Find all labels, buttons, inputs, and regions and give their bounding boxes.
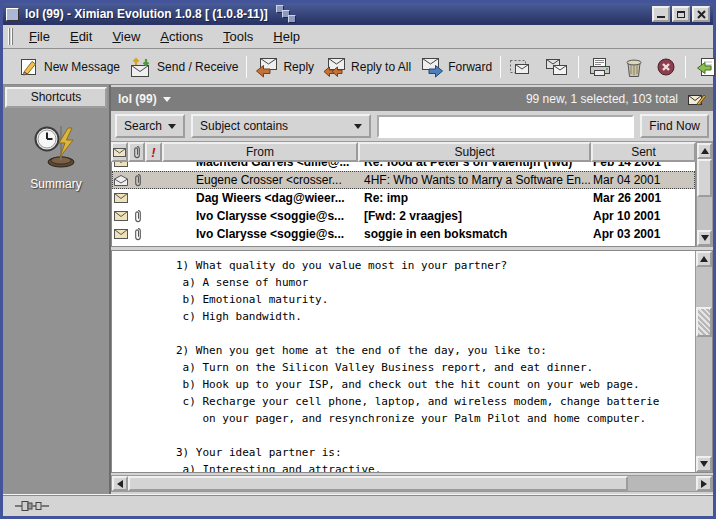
sidebar-item-summary[interactable]: Summary: [30, 124, 81, 191]
window-icon: [6, 8, 19, 21]
minimize-button[interactable]: [652, 6, 670, 22]
arrow-up-icon: [700, 256, 708, 262]
arrow-right-icon: [701, 480, 707, 488]
search-input[interactable]: [377, 115, 634, 138]
toolbar-separator: [578, 56, 579, 78]
previous-message-button[interactable]: [690, 54, 716, 80]
from-cell: Machteld Garrels <dille@...: [163, 162, 359, 169]
scroll-left-button[interactable]: [112, 476, 128, 491]
paperclip-icon: [134, 173, 142, 187]
chevron-down-icon: [354, 124, 362, 129]
menu-file[interactable]: File: [20, 26, 59, 47]
menu-tools[interactable]: Tools: [214, 26, 262, 47]
folder-bar: lol (99) 99 new, 1 selected, 103 total: [111, 87, 713, 111]
from-cell: Dag Wieers <dag@wieer...: [163, 191, 359, 205]
scrollbar-track[interactable]: [696, 337, 712, 456]
evolution-window: lol (99) - Ximian Evolution 1.0.8 [ (1.0…: [0, 0, 716, 519]
envelope-icon: [113, 148, 126, 157]
subject-cell: [Fwd: 2 vraagjes]: [359, 209, 590, 223]
reply-button[interactable]: Reply: [251, 54, 318, 80]
scroll-down-button[interactable]: [696, 456, 712, 472]
menu-actions[interactable]: Actions: [151, 26, 212, 47]
menu-help[interactable]: Help: [264, 26, 309, 47]
titlebar[interactable]: lol (99) - Ximian Evolution 1.0.8 [ (1.0…: [3, 3, 713, 25]
copy-message-icon: [544, 56, 570, 78]
print-button[interactable]: [583, 54, 617, 80]
closed-envelope-icon: [114, 162, 128, 167]
compose-mini-icon[interactable]: [688, 93, 706, 106]
scrollbar-thumb[interactable]: [696, 307, 712, 337]
scroll-up-button[interactable]: [696, 251, 712, 267]
attachment-cell: [129, 173, 146, 187]
toolbar-separator: [685, 56, 686, 78]
search-criteria-dropdown[interactable]: Subject contains: [191, 114, 371, 138]
message-body: 1) What quality do you value most in you…: [112, 251, 695, 473]
printer-icon: [587, 56, 613, 78]
reply-icon: [255, 56, 279, 78]
copy-to-folder-button[interactable]: [540, 54, 574, 80]
delete-button[interactable]: [618, 54, 650, 80]
find-now-button[interactable]: Find Now: [640, 114, 709, 138]
menu-view[interactable]: View: [103, 26, 149, 47]
minimize-icon: [657, 16, 665, 18]
scrollbar-track[interactable]: [696, 267, 712, 307]
stop-button[interactable]: [651, 54, 681, 80]
scroll-up-button[interactable]: [697, 143, 712, 159]
arrow-left-icon: [117, 480, 123, 488]
chevron-down-icon: [168, 124, 176, 129]
message-row[interactable]: Ivo Clarysse <soggie@s...[Fwd: 2 vraagje…: [112, 207, 695, 225]
message-status-cell: [112, 211, 129, 221]
shortcuts-button[interactable]: Shortcuts: [5, 87, 107, 108]
subject-cell: soggie in een boksmatch: [359, 227, 590, 241]
reply-to-all-button[interactable]: Reply to All: [319, 54, 415, 80]
sent-cell: Apr 10 2001: [590, 209, 695, 223]
paperclip-icon: [134, 209, 142, 223]
column-from[interactable]: From: [162, 142, 358, 162]
message-list-header: ! From Subject Sent: [111, 142, 696, 162]
toolbar: New Message Send / Receive Reply Reply t…: [3, 49, 713, 85]
menu-grip-handle[interactable]: [8, 28, 13, 45]
new-message-button[interactable]: New Message: [14, 54, 124, 80]
send-receive-button[interactable]: Send / Receive: [125, 54, 242, 80]
sent-cell: Mar 26 2001: [590, 191, 695, 205]
folder-status: 99 new, 1 selected, 103 total: [526, 92, 678, 106]
folder-name: lol (99): [118, 92, 157, 106]
closed-envelope-icon: [114, 193, 128, 203]
move-to-folder-button[interactable]: [505, 54, 539, 80]
maximize-icon: [677, 11, 685, 18]
maximize-button[interactable]: [672, 6, 690, 22]
column-status[interactable]: [111, 142, 128, 162]
search-bar: Search Subject contains Find Now: [111, 111, 713, 142]
toolbar-separator: [246, 56, 247, 78]
close-button[interactable]: [692, 6, 710, 22]
column-subject[interactable]: Subject: [358, 142, 591, 162]
forward-icon: [420, 56, 444, 78]
arrow-up-icon: [701, 148, 709, 154]
scroll-right-button[interactable]: [696, 476, 712, 491]
sent-cell: Apr 03 2001: [590, 227, 695, 241]
preview-scrollbar: [695, 251, 712, 472]
search-menu-button[interactable]: Search: [115, 114, 185, 138]
chevron-down-icon: [163, 97, 171, 102]
sidebar-item-label: Summary: [30, 177, 81, 191]
column-sent[interactable]: Sent: [591, 142, 696, 162]
column-attachment[interactable]: [128, 142, 145, 162]
scrollbar-thumb[interactable]: [128, 476, 628, 491]
scroll-down-button[interactable]: [697, 230, 712, 246]
titlebar-decoration: [276, 3, 296, 25]
stop-icon: [655, 56, 677, 78]
forward-button[interactable]: Forward: [416, 54, 496, 80]
arrow-down-icon: [700, 461, 708, 467]
subject-cell: Re: food at Peter's on Valentijn (fwd): [359, 162, 590, 169]
column-priority[interactable]: !: [145, 142, 162, 162]
menu-edit[interactable]: Edit: [61, 26, 101, 47]
message-row[interactable]: Eugene Crosser <crosser...4HF: Who Wants…: [112, 171, 695, 189]
message-row[interactable]: Ivo Clarysse <soggie@s...soggie in een b…: [112, 225, 695, 243]
message-status-cell: [112, 175, 129, 186]
scrollbar-thumb[interactable]: [697, 159, 712, 197]
scrollbar-track[interactable]: [628, 476, 696, 491]
message-row[interactable]: Dag Wieers <dag@wieer...Re: impMar 26 20…: [112, 189, 695, 207]
scrollbar-track[interactable]: [697, 197, 712, 230]
folder-selector[interactable]: lol (99): [118, 92, 171, 106]
message-row[interactable]: Machteld Garrels <dille@...Re: food at P…: [112, 162, 695, 171]
